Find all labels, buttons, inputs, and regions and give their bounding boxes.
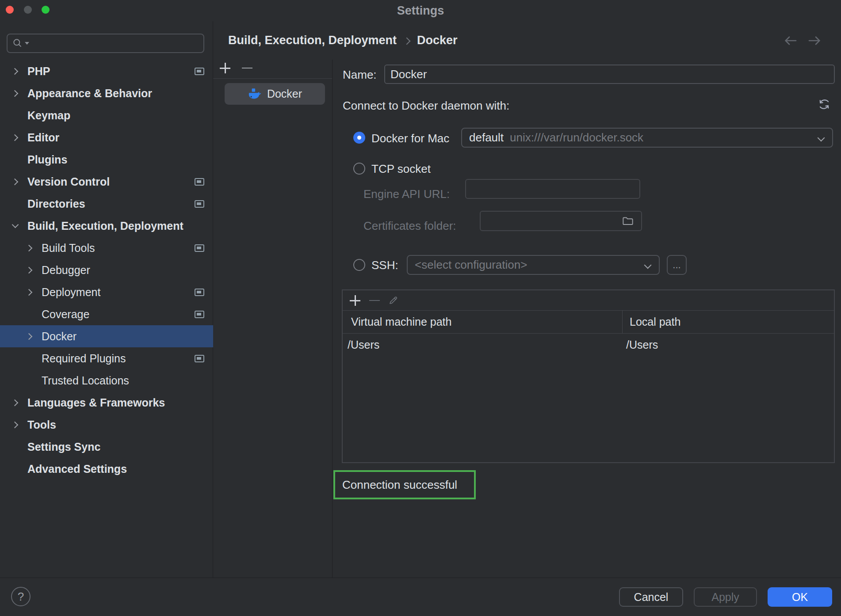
apply-button[interactable]: Apply xyxy=(694,587,757,607)
table-header-row: Virtual machine path Local path xyxy=(343,311,834,334)
sidebar-item-trusted-locations[interactable]: Trusted Locations xyxy=(0,369,213,392)
breadcrumb-separator-icon xyxy=(404,36,410,45)
chevron-right-icon[interactable] xyxy=(11,398,19,407)
cancel-button[interactable]: Cancel xyxy=(619,587,683,607)
mappings-toolbar xyxy=(343,290,834,311)
socket-path-hint: unix:///var/run/docker.sock xyxy=(510,131,643,144)
sidebar-item-appearance-behavior[interactable]: Appearance & Behavior xyxy=(0,82,213,104)
breadcrumb: Build, Execution, Deployment Docker xyxy=(228,21,458,60)
tcp-socket-radio[interactable] xyxy=(353,163,365,175)
chevron-right-icon[interactable] xyxy=(25,266,34,274)
add-instance-button[interactable] xyxy=(219,62,231,74)
docker-for-mac-label: Docker for Mac xyxy=(371,132,449,145)
chevron-right-icon[interactable] xyxy=(11,133,19,142)
instances-toolbar xyxy=(213,60,332,79)
chevron-right-icon[interactable] xyxy=(25,243,34,252)
project-settings-marker-icon xyxy=(195,68,204,75)
project-settings-marker-icon xyxy=(195,355,204,362)
settings-search-field[interactable] xyxy=(7,34,204,53)
sidebar-item-advanced-settings[interactable]: Advanced Settings xyxy=(0,458,213,480)
sidebar-item-languages-frameworks[interactable]: Languages & Frameworks xyxy=(0,392,213,414)
sidebar-item-docker[interactable]: Docker xyxy=(0,325,213,347)
edit-mapping-button[interactable] xyxy=(387,294,399,307)
certificates-folder-label: Certificates folder: xyxy=(363,219,456,233)
docker-for-mac-radio[interactable] xyxy=(353,132,365,144)
search-input[interactable] xyxy=(29,37,199,49)
connect-daemon-label: Connect to Docker daemon with: xyxy=(343,99,509,113)
sidebar-item-build-tools[interactable]: Build Tools xyxy=(0,237,213,259)
refresh-icon[interactable] xyxy=(817,97,831,111)
browse-folder-icon[interactable] xyxy=(622,216,634,226)
sidebar-item-build-execution-deployment[interactable]: Build, Execution, Deployment xyxy=(0,215,213,237)
docker-socket-select[interactable]: default unix:///var/run/docker.sock xyxy=(461,128,833,148)
tcp-socket-label: TCP socket xyxy=(371,162,431,176)
settings-tree: PHP Appearance & Behavior Keymap Editor … xyxy=(0,60,213,480)
chevron-down-icon[interactable] xyxy=(11,221,19,230)
ok-button[interactable]: OK xyxy=(768,587,832,607)
settings-window: Settings PHP Appearance & Behavior Keyma… xyxy=(0,0,841,616)
project-settings-marker-icon xyxy=(195,311,204,318)
ssh-config-placeholder: <select configuration> xyxy=(415,258,527,272)
path-mappings-table: Virtual machine path Local path /Users /… xyxy=(342,289,835,463)
chevron-right-icon[interactable] xyxy=(11,67,19,76)
add-mapping-button[interactable] xyxy=(349,294,361,307)
remove-mapping-button[interactable] xyxy=(368,294,381,307)
chevron-right-icon[interactable] xyxy=(11,420,19,429)
help-button[interactable]: ? xyxy=(11,587,31,606)
table-row[interactable]: /Users /Users xyxy=(343,334,834,356)
project-settings-marker-icon xyxy=(195,289,204,296)
engine-api-url-input[interactable] xyxy=(465,179,640,199)
breadcrumb-parent[interactable]: Build, Execution, Deployment xyxy=(228,34,397,47)
window-title: Settings xyxy=(0,0,841,21)
pencil-icon xyxy=(388,295,398,306)
local-path-cell[interactable]: /Users xyxy=(623,338,834,351)
sidebar-item-keymap[interactable]: Keymap xyxy=(0,104,213,126)
sidebar-item-deployment[interactable]: Deployment xyxy=(0,281,213,303)
ssh-label: SSH: xyxy=(371,259,398,272)
breadcrumb-current: Docker xyxy=(417,34,458,47)
sidebar-item-coverage[interactable]: Coverage xyxy=(0,303,213,325)
sidebar-item-directories[interactable]: Directories xyxy=(0,193,213,215)
column-header-local-path[interactable]: Local path xyxy=(623,316,834,328)
project-settings-marker-icon xyxy=(195,244,204,252)
connection-status-badge: Connection successful xyxy=(333,470,476,499)
chevron-down-icon xyxy=(817,134,825,142)
page-header: Build, Execution, Deployment Docker xyxy=(213,21,841,60)
sidebar-item-tools[interactable]: Tools xyxy=(0,414,213,436)
navigate-forward-icon[interactable] xyxy=(807,33,822,49)
search-options-caret-icon[interactable] xyxy=(25,42,29,45)
ssh-more-options-button[interactable]: ... xyxy=(667,255,687,275)
sidebar-item-php[interactable]: PHP xyxy=(0,60,213,82)
navigate-back-icon[interactable] xyxy=(783,33,799,49)
project-settings-marker-icon xyxy=(195,178,204,186)
docker-settings-form: Name: Connect to Docker daemon with: Doc… xyxy=(333,60,841,578)
sidebar-item-editor[interactable]: Editor xyxy=(0,126,213,148)
sidebar-item-debugger[interactable]: Debugger xyxy=(0,259,213,281)
sidebar-item-settings-sync[interactable]: Settings Sync xyxy=(0,436,213,458)
titlebar: Settings xyxy=(0,0,841,21)
name-label: Name: xyxy=(343,68,377,82)
search-icon xyxy=(12,38,23,49)
docker-instance-list-item[interactable]: Docker xyxy=(225,83,325,105)
name-input[interactable] xyxy=(384,65,835,84)
docker-whale-icon xyxy=(248,88,262,100)
chevron-right-icon[interactable] xyxy=(25,332,34,341)
sidebar-item-version-control[interactable]: Version Control xyxy=(0,171,213,193)
docker-instances-panel: Docker xyxy=(213,60,333,578)
ssh-radio[interactable] xyxy=(353,259,365,271)
dialog-footer: ? Cancel Apply OK xyxy=(0,578,841,616)
ssh-configuration-select[interactable]: <select configuration> xyxy=(407,255,660,275)
certificates-folder-input[interactable] xyxy=(480,211,642,231)
minus-icon xyxy=(369,300,380,301)
engine-api-url-label: Engine API URL: xyxy=(363,187,450,201)
settings-sidebar: PHP Appearance & Behavior Keymap Editor … xyxy=(0,21,213,578)
sidebar-item-plugins[interactable]: Plugins xyxy=(0,148,213,171)
sidebar-item-required-plugins[interactable]: Required Plugins xyxy=(0,347,213,369)
chevron-right-icon[interactable] xyxy=(11,177,19,186)
vm-path-cell[interactable]: /Users xyxy=(343,338,623,351)
remove-instance-button[interactable] xyxy=(241,62,253,74)
minus-icon xyxy=(242,68,252,69)
column-header-vm-path[interactable]: Virtual machine path xyxy=(343,311,623,333)
chevron-right-icon[interactable] xyxy=(25,288,34,297)
chevron-right-icon[interactable] xyxy=(11,89,19,98)
